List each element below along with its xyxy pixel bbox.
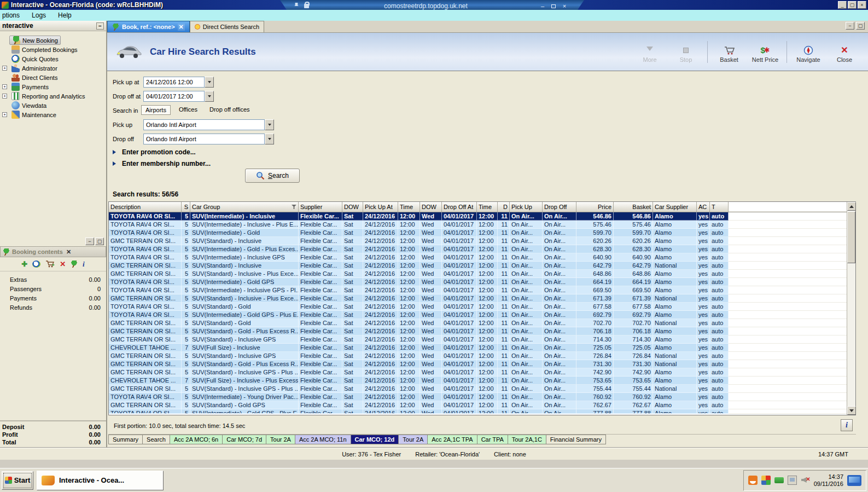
table-row[interactable]: CHEVROLET TAHOE ... 7 SUV(Full Size) - I… [109,344,855,352]
window-minimize-button[interactable]: _ [838,1,847,9]
more-button[interactable]: More [634,44,666,63]
navigate-button[interactable]: Navigate [793,44,824,63]
col-drop-off-at[interactable]: Drop Off At [442,202,477,212]
table-row[interactable]: TOYOTA RAV4 OR SI... 5 SUV(Intermediate)… [109,253,855,262]
window-close-button[interactable]: × [858,1,866,9]
dropoff-at-dropdown-button[interactable] [205,91,214,102]
col-car-group[interactable]: Car Group [190,202,299,212]
expand-plus-icon[interactable]: + [2,66,7,71]
search-in-offices[interactable]: Offices [175,105,201,115]
table-row[interactable]: GMC TERRAIN OR SI... 5 SUV(Standard) - I… [109,368,855,377]
rdp-close-button[interactable]: × [559,3,570,9]
table-row[interactable]: TOYOTA RAV4 OR SI... 5 SUV(Standard) - G… [109,303,855,311]
info-icon[interactable]: i [83,260,85,269]
sidebar-item-direct-clients[interactable]: Direct Clients [0,73,106,82]
cart-arrow-icon[interactable] [45,261,55,268]
palm-tree-icon[interactable] [71,261,78,268]
table-row[interactable]: TOYOTA RAV4 OR SI... 5 SUV(Intermediate)… [109,393,855,401]
rdp-restore-button[interactable] [548,3,559,9]
table-row[interactable]: CHEVROLET TAHOE ... 7 SUV(Full Size) - I… [109,377,855,385]
sidebar-item-reporting[interactable]: +Reporting and Analytics [0,91,106,101]
table-row[interactable]: GMC TERRAIN OR SI... 5 SUV(Standard) - I… [109,335,855,344]
col-description[interactable]: Description [109,202,182,212]
col-car-supplier[interactable]: Car Supplier [653,202,697,212]
portion-tab[interactable]: Search [143,435,170,444]
start-button[interactable]: Start [2,471,33,490]
sidebar-item-payments[interactable]: +Payments [0,82,106,91]
table-row[interactable]: GMC TERRAIN OR SI... 5 SUV(Standard) - G… [109,401,855,409]
table-row[interactable]: GMC TERRAIN OR SI... 5 SUV(Standard) - I… [109,270,855,278]
vertical-scrollbar[interactable] [847,202,855,415]
tab-direct-clients-search[interactable]: Direct Clients Search [190,21,264,32]
panel-close-icon[interactable]: ✕ [66,248,71,256]
table-row[interactable]: GMC TERRAIN OR SI... 5 SUV(Standard) - G… [109,360,855,368]
booking-contents-tab[interactable]: Booking contents ✕ [0,246,106,257]
col-d[interactable]: D [498,202,510,212]
portion-tab[interactable]: Tour 2A [266,435,295,444]
col-drop-off[interactable]: Drop Off [543,202,576,212]
table-row[interactable]: TOYOTA RAV4 OR SI... 5 SUV(Intermediate)… [109,311,855,319]
rdp-minimize-button[interactable]: – [537,3,548,9]
network-icon[interactable] [788,476,797,485]
portion-tab[interactable]: Tour 2A,1C [508,435,546,444]
col-basket[interactable]: Basket [614,202,653,212]
tabarea-minimize-button[interactable]: − [846,22,854,30]
col-pick-up[interactable]: Pick Up [510,202,543,212]
close-button[interactable]: ✕Close [829,44,860,63]
table-row[interactable]: TOYOTA RAV4 OR SI... 5 SUV(Intermediate)… [109,245,855,253]
window-maximize-button[interactable]: ▢ [848,1,857,9]
table-row[interactable]: GMC TERRAIN OR SI... 5 SUV(Standard) - I… [109,385,855,393]
dropoff-dropdown-button[interactable] [265,134,274,144]
expand-plus-icon[interactable]: + [2,94,7,99]
tab-book-ref[interactable]: Book, ref.: <none> ✕ [107,21,190,32]
membership-expander[interactable]: Enter membership number... [113,160,211,167]
pickup-at-dropdown-button[interactable] [205,77,214,88]
search-button[interactable]: Search [245,169,300,183]
nett-price-button[interactable]: $✱Nett Price [749,44,781,63]
clock-icon[interactable] [32,261,40,268]
pickup-dropdown-button[interactable] [265,119,274,130]
tabarea-restore-button[interactable]: ▢ [856,22,865,30]
scroll-up-button[interactable] [847,202,856,211]
table-row[interactable]: GMC TERRAIN OR SI... 5 SUV(Standard) - I… [109,294,855,303]
col-pick-up-at[interactable]: Pick Up At [363,202,398,212]
col-supplier[interactable]: Supplier [299,202,342,212]
pin-icon[interactable] [294,3,299,9]
menu-options[interactable]: ptions [2,11,20,19]
sidebar-collapse-button[interactable]: − [96,22,104,30]
sidebar-item-viewdata[interactable]: Viewdata [0,101,106,110]
sidebar-item-maintenance[interactable]: +Maintenance [0,110,106,119]
filter-funnel-icon[interactable] [292,205,296,209]
portion-tab[interactable]: Car MCO; 7d [223,435,266,444]
scrollbar-thumb[interactable] [847,211,855,263]
tab-close-icon[interactable]: ✕ [178,24,185,31]
col-price[interactable]: Price [576,202,614,212]
table-row[interactable]: GMC TERRAIN OR SI... 5 SUV(Standard) - I… [109,237,855,245]
table-row[interactable]: TOYOTA RAV4 OR SI... 5 SUV(Intermediate)… [109,409,855,414]
add-icon[interactable]: ✚ [21,260,27,268]
muted-speaker-icon[interactable]: ✕ [801,476,810,485]
delete-icon[interactable]: ✕ [60,260,66,268]
expand-plus-icon[interactable]: + [2,112,7,117]
col-dow-pickup[interactable]: DOW [342,202,363,212]
pickup-at-input[interactable]: 24/12/2016 12:00 [143,77,205,88]
pickup-combo[interactable]: Orlando Intl Airport [143,119,265,130]
table-row[interactable]: GMC TERRAIN OR SI... 5 SUV(Standard) - G… [109,319,855,327]
menu-help[interactable]: Help [58,11,72,19]
portion-tab[interactable]: Acc 2A,1C TPA [428,435,477,444]
portion-tab[interactable]: Financial Summary [546,435,606,444]
java-icon[interactable] [748,476,758,485]
table-row[interactable]: TOYOTA RAV4 OR SI... 5 SUV(Intermediate)… [109,229,855,237]
taskbar-task-button[interactable]: Interactive - Ocea... [37,471,164,490]
sidebar-item-administrator[interactable]: +Administrator [0,63,106,73]
search-in-airports[interactable]: Airports [141,105,171,115]
expand-plus-icon[interactable]: + [2,84,7,89]
remote-monitor-icon[interactable] [847,475,861,486]
table-row[interactable]: TOYOTA RAV4 OR SI... 5 SUV(Intermediate)… [109,278,855,286]
info-button[interactable]: i [841,419,853,431]
portion-tab[interactable]: Acc 2A MCO; 11n [295,435,351,444]
table-row[interactable]: TOYOTA RAV4 OR SI... 5 SUV(Intermediate)… [109,286,855,294]
dropoff-combo[interactable]: Orlando Intl Airport [143,134,265,144]
col-ac[interactable]: AC [697,202,710,212]
col-time-pickup[interactable]: Time [398,202,420,212]
